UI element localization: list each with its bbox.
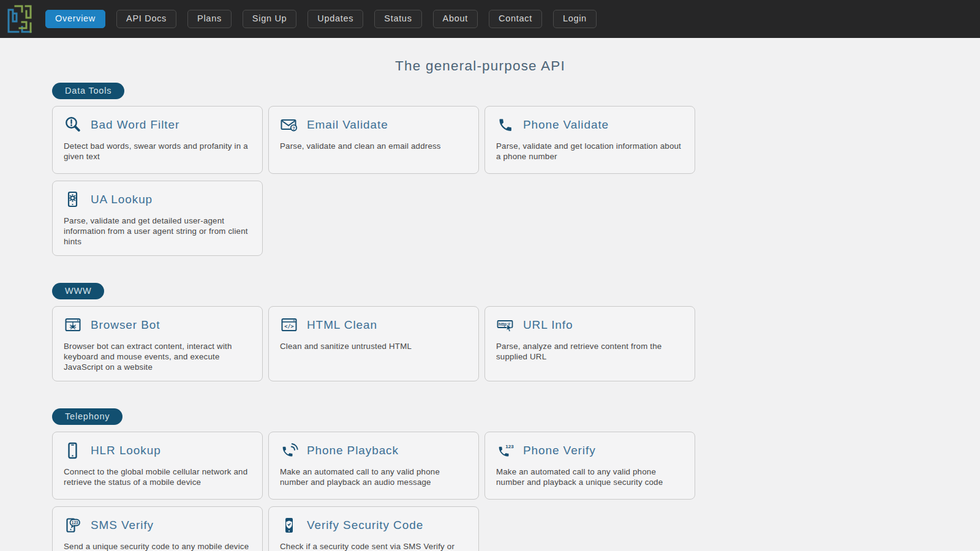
card-description: Parse, analyze and retrieve content from… [496, 341, 684, 362]
card-description: Connect to the global mobile cellular ne… [64, 467, 251, 487]
svg-text:?: ? [292, 126, 295, 131]
page-title: The general-purpose API [52, 58, 908, 74]
nav-item-overview[interactable]: Overview [45, 10, 105, 28]
nav-item-sign-up[interactable]: Sign Up [243, 10, 297, 28]
card-description: Send a unique security code to any mobil… [64, 541, 251, 551]
bad-word-filter-icon [64, 116, 82, 134]
api-card-ua-lookup[interactable]: UA LookupParse, validate and get detaile… [52, 181, 263, 256]
card-title: Browser Bot [91, 318, 160, 332]
card-grid: Browser BotBrowser bot can extract conte… [52, 306, 908, 381]
section-badge: Telephony [52, 408, 123, 425]
card-description: Check if a security code sent via SMS Ve… [280, 541, 467, 551]
card-header: Verify Security Code [280, 516, 467, 534]
card-title: Phone Playback [307, 444, 399, 457]
hlr-lookup-icon [64, 441, 82, 460]
card-title: SMS Verify [91, 519, 154, 532]
nav-item-plans[interactable]: Plans [187, 10, 232, 28]
card-header: </>HTML Clean [280, 316, 467, 334]
card-header: ?Email Validate [280, 116, 467, 134]
api-card-email-validate[interactable]: ?Email ValidateParse, validate and clean… [268, 106, 479, 174]
card-description: Parse, validate and clean an email addre… [280, 141, 467, 151]
email-validate-icon: ? [280, 116, 298, 134]
section-telephony: Telephony HLR LookupConnect to the globa… [52, 408, 908, 551]
card-description: Parse, validate and get detailed user-ag… [64, 216, 251, 247]
card-header: http:// URL Info [496, 316, 684, 334]
card-description: Make an automated call to any valid phon… [496, 467, 684, 487]
card-description: Browser bot can extract content, interac… [64, 341, 251, 372]
card-header: Phone Validate [496, 116, 684, 134]
nav-item-status[interactable]: Status [374, 10, 421, 28]
api-card-html-clean[interactable]: </>HTML CleanClean and sanitize untruste… [268, 306, 479, 381]
card-grid: Bad Word FilterDetect bad words, swear w… [52, 106, 908, 256]
card-header: 123Phone Verify [496, 441, 684, 460]
card-description: Parse, validate and get location informa… [496, 141, 684, 162]
nav-item-about[interactable]: About [433, 10, 478, 28]
nav-item-login[interactable]: Login [553, 10, 597, 28]
card-header: 123SMS Verify [64, 516, 251, 534]
card-title: Phone Verify [523, 444, 596, 457]
phone-validate-icon [496, 116, 514, 134]
card-title: Phone Validate [523, 118, 609, 132]
api-card-sms-verify[interactable]: 123SMS VerifySend a unique security code… [52, 506, 263, 551]
section-badge: Data Tools [52, 83, 124, 99]
svg-text:123: 123 [72, 520, 78, 525]
nav-item-contact[interactable]: Contact [489, 10, 542, 28]
card-title: Verify Security Code [307, 519, 423, 532]
api-card-phone-verify[interactable]: 123Phone VerifyMake an automated call to… [484, 432, 695, 500]
api-card-bad-word-filter[interactable]: Bad Word FilterDetect bad words, swear w… [52, 106, 263, 174]
card-title: Bad Word Filter [91, 118, 179, 132]
browser-bot-icon [64, 316, 82, 334]
main-content: The general-purpose API Data Tools Bad W… [52, 58, 908, 551]
ua-lookup-icon [64, 190, 82, 209]
html-clean-icon: </> [280, 316, 298, 334]
api-card-phone-validate[interactable]: Phone ValidateParse, validate and get lo… [484, 106, 695, 174]
nav-items: OverviewAPI DocsPlansSign UpUpdatesStatu… [45, 10, 597, 28]
url-info-icon: http:// [496, 316, 514, 334]
section-data-tools: Data Tools Bad Word FilterDetect bad wor… [52, 83, 908, 256]
card-header: HLR Lookup [64, 441, 251, 460]
phone-playback-icon [280, 441, 298, 460]
card-header: Browser Bot [64, 316, 251, 334]
api-card-url-info[interactable]: http:// URL InfoParse, analyze and retri… [484, 306, 695, 381]
section-badge: WWW [52, 283, 104, 299]
card-description: Make an automated call to any valid phon… [280, 467, 467, 487]
phone-verify-icon: 123 [496, 441, 514, 460]
card-title: HTML Clean [307, 318, 377, 332]
nav-item-updates[interactable]: Updates [307, 10, 363, 28]
card-title: HLR Lookup [91, 444, 161, 457]
card-grid: HLR LookupConnect to the global mobile c… [52, 432, 908, 551]
api-card-browser-bot[interactable]: Browser BotBrowser bot can extract conte… [52, 306, 263, 381]
api-card-phone-playback[interactable]: Phone PlaybackMake an automated call to … [268, 432, 479, 500]
card-header: UA Lookup [64, 190, 251, 209]
card-header: Bad Word Filter [64, 116, 251, 134]
sections: Data Tools Bad Word FilterDetect bad wor… [52, 83, 908, 551]
card-title: Email Validate [307, 118, 388, 132]
card-title: URL Info [523, 318, 573, 332]
navbar: OverviewAPI DocsPlansSign UpUpdatesStatu… [0, 0, 980, 38]
sms-verify-icon: 123 [64, 516, 82, 534]
card-title: UA Lookup [91, 193, 153, 206]
section-www: WWW Browser BotBrowser bot can extract c… [52, 283, 908, 381]
nav-item-api-docs[interactable]: API Docs [116, 10, 176, 28]
card-description: Clean and sanitize untrusted HTML [280, 341, 467, 351]
card-header: Phone Playback [280, 441, 467, 460]
api-card-hlr-lookup[interactable]: HLR LookupConnect to the global mobile c… [52, 432, 263, 500]
svg-text:123: 123 [505, 444, 514, 449]
svg-text:</>: </> [284, 323, 293, 329]
card-description: Detect bad words, swear words and profan… [64, 141, 251, 162]
api-card-verify-security-code[interactable]: Verify Security CodeCheck if a security … [268, 506, 479, 551]
maze-logo-icon[interactable] [6, 4, 33, 34]
verify-security-code-icon [280, 516, 298, 534]
